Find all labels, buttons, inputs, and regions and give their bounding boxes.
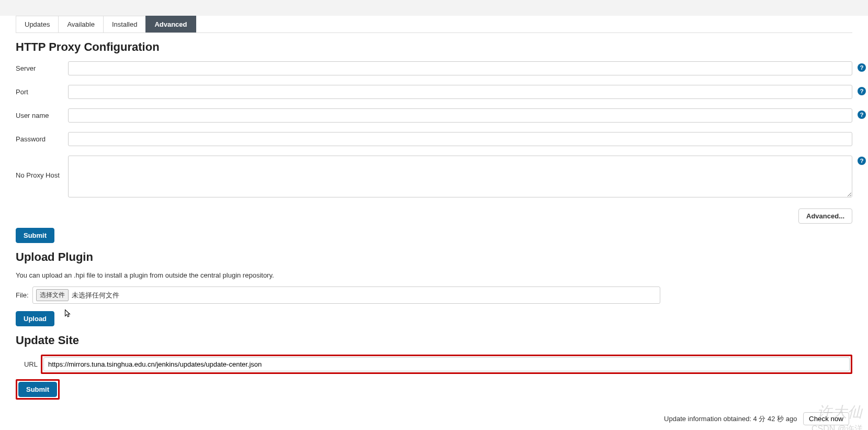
username-label: User name	[16, 112, 68, 119]
password-label: Password	[16, 135, 68, 143]
proxy-submit-button[interactable]: Submit	[16, 228, 54, 243]
update-site-submit-button[interactable]: Submit	[18, 382, 57, 397]
advanced-button[interactable]: Advanced...	[798, 208, 852, 224]
help-icon[interactable]: ?	[858, 63, 866, 72]
tab-installed[interactable]: Installed	[103, 16, 146, 32]
check-now-button[interactable]: Check now	[803, 412, 849, 425]
noproxy-input[interactable]	[68, 156, 852, 197]
help-icon[interactable]: ?	[858, 87, 866, 95]
server-label: Server	[16, 64, 68, 72]
password-input[interactable]	[68, 132, 852, 146]
noproxy-label: No Proxy Host	[16, 156, 68, 179]
tab-updates[interactable]: Updates	[16, 16, 59, 32]
tabs: Updates Available Installed Advanced	[16, 16, 852, 33]
choose-file-button[interactable]: 选择文件	[36, 289, 69, 301]
upload-description: You can upload an .hpi file to install a…	[16, 271, 852, 279]
server-input[interactable]	[68, 61, 852, 75]
port-label: Port	[16, 88, 68, 96]
file-input-box[interactable]: 选择文件 未选择任何文件	[32, 286, 660, 304]
url-input[interactable]	[43, 357, 850, 371]
tab-advanced[interactable]: Advanced	[145, 16, 196, 32]
url-highlight	[41, 355, 852, 374]
file-status: 未选择任何文件	[72, 291, 119, 300]
tab-available[interactable]: Available	[58, 16, 104, 32]
file-label: File:	[16, 291, 32, 299]
port-input[interactable]	[68, 85, 852, 99]
upload-title: Upload Plugin	[16, 250, 852, 264]
proxy-title: HTTP Proxy Configuration	[16, 40, 852, 54]
submit-highlight: Submit	[16, 379, 60, 400]
help-icon[interactable]: ?	[858, 157, 866, 165]
update-site-title: Update Site	[16, 334, 852, 347]
username-input[interactable]	[68, 108, 852, 123]
help-icon[interactable]: ?	[858, 111, 866, 119]
update-info-text: Update information obtained: 4 分 42 秒 ag…	[664, 415, 797, 423]
url-label: URL	[16, 360, 41, 368]
upload-button[interactable]: Upload	[16, 311, 54, 326]
cursor-icon	[63, 308, 72, 319]
